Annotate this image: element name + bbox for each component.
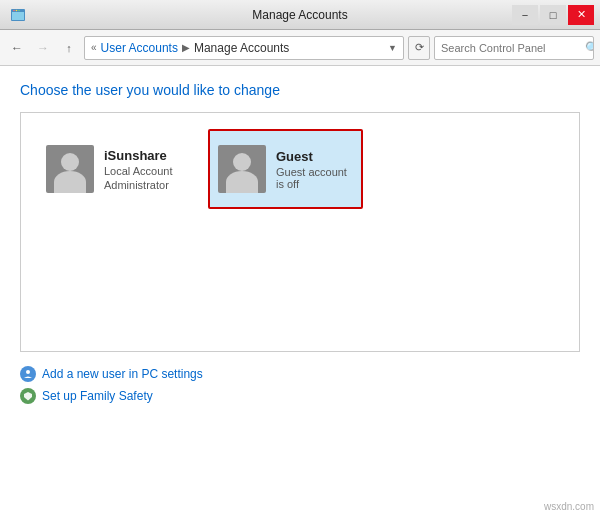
add-user-link[interactable]: Add a new user in PC settings (20, 366, 580, 382)
title-bar-controls: − □ ✕ (512, 5, 594, 25)
svg-point-5 (18, 9, 20, 11)
address-field[interactable]: « User Accounts ▶ Manage Accounts ▼ (84, 36, 404, 60)
account-type-line1-isunshare: Local Account (104, 165, 173, 177)
accounts-grid: iSunshare Local Account Administrator Gu… (37, 129, 563, 209)
content-area: Choose the user you would like to change… (0, 66, 600, 516)
family-safety-link-text: Set up Family Safety (42, 389, 153, 403)
maximize-button[interactable]: □ (540, 5, 566, 25)
refresh-button[interactable]: ⟳ (408, 36, 430, 60)
search-box[interactable]: 🔍 (434, 36, 594, 60)
breadcrumb-arrow: ▶ (182, 42, 190, 53)
page-title: Choose the user you would like to change (20, 82, 580, 98)
account-item-guest[interactable]: Guest Guest account is off (208, 129, 363, 209)
back-button[interactable]: ← (6, 37, 28, 59)
account-type-line1-guest: Guest account is off (276, 166, 353, 190)
person-icon (20, 366, 36, 382)
avatar-head-guest (233, 153, 251, 171)
window-icon (10, 7, 26, 23)
window-title: Manage Accounts (252, 8, 347, 22)
account-info-isunshare: iSunshare Local Account Administrator (104, 148, 173, 191)
search-input[interactable] (435, 42, 585, 54)
account-item-isunshare[interactable]: iSunshare Local Account Administrator (37, 129, 192, 209)
avatar-guest (218, 145, 266, 193)
add-user-link-text: Add a new user in PC settings (42, 367, 203, 381)
forward-button[interactable]: → (32, 37, 54, 59)
account-name-guest: Guest (276, 149, 353, 164)
minimize-button[interactable]: − (512, 5, 538, 25)
account-info-guest: Guest Guest account is off (276, 149, 353, 190)
shield-svg (23, 391, 33, 401)
breadcrumb-current: Manage Accounts (194, 41, 289, 55)
breadcrumb-separator: « (91, 42, 97, 53)
search-icon: 🔍 (585, 41, 594, 55)
person-svg (23, 369, 33, 379)
avatar-isunshare (46, 145, 94, 193)
avatar-body-guest (226, 171, 258, 193)
dropdown-arrow-icon: ▼ (388, 43, 397, 53)
breadcrumb-root[interactable]: User Accounts (101, 41, 178, 55)
svg-point-6 (26, 370, 30, 374)
title-bar-left (10, 7, 26, 23)
search-button[interactable]: 🔍 (585, 37, 594, 59)
avatar-head (61, 153, 79, 171)
svg-point-4 (16, 9, 18, 11)
avatar-body (54, 171, 86, 193)
close-button[interactable]: ✕ (568, 5, 594, 25)
address-bar: ← → ↑ « User Accounts ▶ Manage Accounts … (0, 30, 600, 66)
title-bar: Manage Accounts − □ ✕ (0, 0, 600, 30)
svg-point-3 (13, 9, 15, 11)
family-safety-link[interactable]: Set up Family Safety (20, 388, 580, 404)
shield-icon (20, 388, 36, 404)
account-type-line2-isunshare: Administrator (104, 179, 173, 191)
up-button[interactable]: ↑ (58, 37, 80, 59)
accounts-panel: iSunshare Local Account Administrator Gu… (20, 112, 580, 352)
links-section: Add a new user in PC settings Set up Fam… (20, 366, 580, 404)
svg-rect-1 (12, 12, 24, 20)
account-name-isunshare: iSunshare (104, 148, 173, 163)
